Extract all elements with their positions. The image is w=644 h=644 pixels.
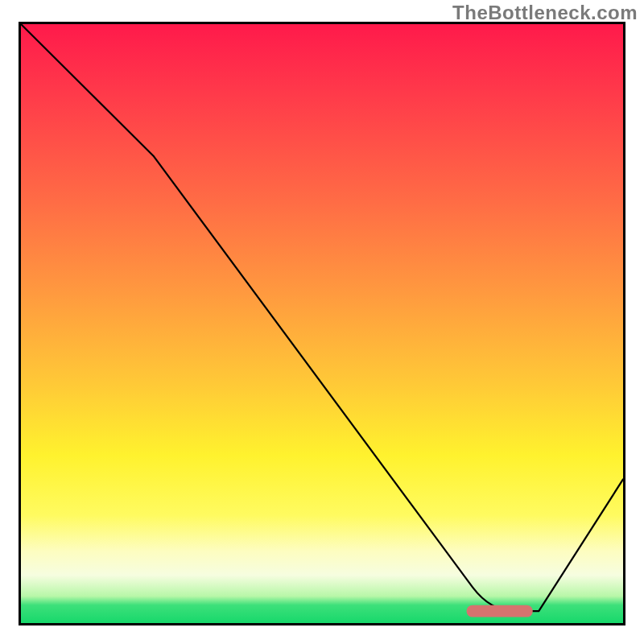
curve-svg [21,24,623,623]
optimal-marker [467,605,533,617]
watermark-text: TheBottleneck.com [452,2,638,24]
chart-frame: TheBottleneck.com [0,0,644,644]
bottleneck-curve [21,24,623,611]
plot-area [19,22,625,625]
